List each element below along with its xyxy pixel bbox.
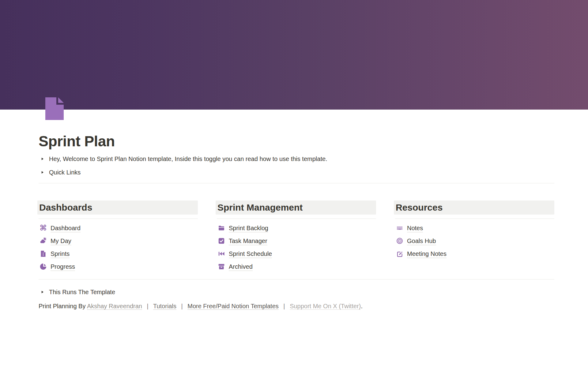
toggle-runs-template-label: This Runs The Template — [49, 287, 115, 297]
separator: | — [181, 303, 183, 309]
page-title: Sprint Plan — [39, 110, 554, 149]
divider — [39, 219, 198, 219]
divider — [39, 183, 554, 183]
page-link-goals-hub[interactable]: Goals Hub — [395, 234, 554, 247]
page-link-sprint-backlog[interactable]: Sprint Backlog — [217, 222, 376, 234]
page-link-label[interactable]: Dashboard — [51, 224, 81, 232]
document-page-icon — [45, 97, 64, 121]
skip-back-icon — [218, 250, 225, 257]
divider — [217, 219, 376, 219]
page-link-meeting-notes[interactable]: Meeting Notes — [395, 247, 554, 260]
page-link-label[interactable]: Sprints — [51, 250, 70, 258]
page-link-sprint-schedule[interactable]: Sprint Schedule — [217, 247, 376, 260]
toggle-triangle-icon[interactable] — [39, 170, 46, 174]
page-link-label[interactable]: Meeting Notes — [407, 250, 447, 258]
separator: | — [147, 303, 149, 309]
folder-icon — [218, 224, 225, 232]
toggle-welcome[interactable]: Hey, Welcome to Sprint Plan Notion templ… — [39, 154, 554, 163]
toggle-quick-links[interactable]: Quick Links — [39, 168, 554, 177]
page-link-label[interactable]: Notes — [407, 224, 423, 232]
target-icon — [396, 237, 403, 245]
pie-chart-icon — [40, 263, 47, 270]
separator: | — [283, 303, 285, 309]
page-link-label[interactable]: Goals Hub — [407, 237, 436, 245]
page-link-label[interactable]: Progress — [51, 263, 75, 271]
divider — [395, 219, 554, 219]
page-link-label[interactable]: Archived — [229, 263, 253, 271]
edit-icon — [396, 250, 403, 257]
bottom-section: This Runs The Template Print Planning By… — [39, 287, 554, 311]
toggle-quick-links-label: Quick Links — [49, 168, 81, 177]
more-templates-link[interactable]: More Free/Paid Notion Templates — [187, 303, 279, 310]
checkbox-checked-icon — [218, 237, 225, 245]
document-icon — [40, 250, 47, 257]
page-link-my-day[interactable]: My Day — [39, 234, 198, 247]
column-header-label: Dashboards — [39, 202, 195, 213]
page-link-dashboard[interactable]: ⌘ Dashboard — [39, 222, 198, 234]
page-link-archived[interactable]: Archived — [217, 260, 376, 273]
column-header-resources: Resources — [394, 200, 554, 215]
page-link-notes[interactable]: Notes — [395, 222, 554, 234]
page-content: Sprint Plan Hey, Welcome to Sprint Plan … — [0, 110, 588, 311]
divider — [39, 279, 554, 279]
link-columns: Dashboards ⌘ Dashboard — [39, 200, 554, 273]
toggle-triangle-icon[interactable] — [39, 290, 46, 294]
author-link[interactable]: Akshay Raveendran — [87, 303, 142, 310]
page-link-label[interactable]: Sprint Backlog — [229, 224, 268, 232]
column-sprint-management: Sprint Management Sprint Backlog — [217, 200, 376, 273]
column-header-sprint-management: Sprint Management — [216, 200, 376, 215]
page-link-label[interactable]: My Day — [51, 237, 71, 245]
column-dashboards: Dashboards ⌘ Dashboard — [39, 200, 198, 273]
credits-prefix: Print Planning By — [39, 303, 85, 309]
toggle-triangle-icon[interactable] — [39, 157, 46, 161]
command-icon: ⌘ — [40, 224, 47, 232]
column-header-dashboards: Dashboards — [37, 200, 198, 215]
cover-image — [0, 0, 588, 110]
toggle-runs-template[interactable]: This Runs The Template — [39, 287, 554, 297]
support-link[interactable]: Support Me On X (Twitter) — [290, 303, 361, 310]
page-link-task-manager[interactable]: Task Manager — [217, 234, 376, 247]
archive-box-icon — [218, 263, 225, 270]
tutorials-link[interactable]: Tutorials — [153, 303, 176, 310]
page-link-label[interactable]: Sprint Schedule — [229, 250, 272, 258]
page-link-progress[interactable]: Progress — [39, 260, 198, 273]
credits-suffix: . — [361, 303, 363, 309]
column-resources: Resources Notes — [395, 200, 554, 273]
page-link-sprints[interactable]: Sprints — [39, 247, 198, 260]
page-icon[interactable] — [45, 97, 64, 121]
column-header-label: Resources — [396, 202, 552, 213]
toggle-welcome-label: Hey, Welcome to Sprint Plan Notion templ… — [49, 154, 327, 163]
page-link-label[interactable]: Task Manager — [229, 237, 267, 245]
credits-line: Print Planning By Akshay Raveendran | Tu… — [39, 301, 554, 311]
keyboard-icon — [396, 224, 403, 232]
column-header-label: Sprint Management — [217, 202, 374, 213]
sun-behind-cloud-icon — [40, 237, 47, 245]
